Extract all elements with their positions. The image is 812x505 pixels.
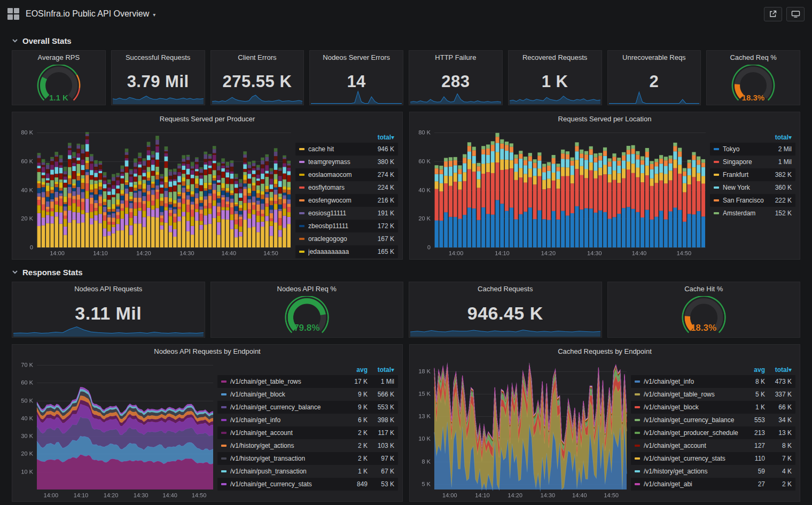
series-name: zbeosbp11111 — [308, 222, 368, 230]
tv-mode-button[interactable] — [786, 7, 805, 21]
legend-row[interactable]: /v1/chain/get_info6 K398 K — [217, 414, 398, 426]
legend-row[interactable]: teamgreymass380 K — [295, 156, 398, 168]
legend-sort-avg[interactable]: avg — [341, 366, 368, 374]
legend-row[interactable]: /v1/chain/get_currency_stats1107 K — [631, 452, 795, 465]
panel-title[interactable]: Nodeos Server Errors — [310, 51, 403, 65]
series-value: 2 K — [341, 429, 368, 437]
series-value: 8 K — [738, 378, 765, 385]
panel-title[interactable]: Requests Served per Location — [410, 112, 800, 126]
panel-title[interactable]: Cached Requests — [409, 282, 602, 296]
panel-title[interactable]: Cached Requests by Endpoint — [410, 345, 800, 359]
series-value: 553 — [738, 416, 765, 424]
unrecoverable-reqs-sparkline — [608, 88, 700, 104]
panel-title[interactable]: Client Errors — [211, 51, 304, 65]
requests-per-producer-chart[interactable] — [14, 128, 295, 258]
panel-title[interactable]: Unrecoverable Reqs — [608, 51, 701, 65]
legend-row[interactable]: Singapore1 Mil — [710, 156, 795, 168]
panel-title[interactable]: HTTP Failure — [409, 51, 502, 65]
legend-sort-total[interactable]: total▾ — [765, 134, 792, 141]
series-value: 222 K — [765, 197, 792, 204]
legend-row[interactable]: cache hit946 K — [295, 143, 398, 156]
http-failure-sparkline — [410, 88, 502, 104]
series-color-icon — [221, 380, 227, 383]
series-color-icon — [635, 470, 640, 472]
legend-row[interactable]: New York360 K — [710, 181, 795, 194]
legend-row[interactable]: /v1/chain/get_abi272 K — [631, 478, 795, 491]
section-header-response-stats[interactable]: Response Stats — [12, 265, 800, 279]
stat-panel-cache-hit-pct: Cache Hit % 18.3% — [607, 282, 801, 338]
legend-sort-total[interactable]: total▾ — [368, 134, 394, 141]
legend-sort-avg[interactable]: avg — [738, 366, 765, 374]
series-color-icon — [299, 212, 304, 214]
panel-title[interactable]: Nodeos API Requests — [12, 282, 205, 296]
legend-row[interactable]: /v1/chain/get_block1 K66 K — [631, 401, 795, 414]
series-name: /v1/chain/get_currency_stats — [644, 455, 738, 462]
series-value: 553 K — [368, 403, 394, 411]
grafana-logo-icon[interactable] — [7, 8, 19, 20]
requests-per-location-chart[interactable] — [412, 128, 710, 258]
series-color-icon — [221, 483, 227, 485]
legend-row[interactable]: /v1/chain/get_producer_schedule21313 K — [631, 426, 795, 439]
api-requests-by-endpoint-chart[interactable] — [14, 361, 217, 500]
legend-row[interactable]: San Francisco222 K — [710, 194, 795, 207]
panel-title[interactable]: Requests Served per Producer — [12, 112, 402, 126]
caret-down-icon: ▾ — [153, 10, 155, 18]
legend-row[interactable]: /v1/chain/get_currency_balance9 K553 K — [217, 401, 398, 414]
legend-row[interactable]: /v1/chain/push_transaction1 K67 K — [217, 465, 398, 478]
series-value: 380 K — [368, 158, 394, 166]
series-name: /v1/chain/get_info — [230, 416, 341, 424]
legend-row[interactable]: oraclegogogo167 K — [295, 232, 398, 245]
panel-title[interactable]: Recovered Requests — [509, 51, 602, 65]
legend-row[interactable]: /v1/history/get_actions2 K103 K — [217, 439, 398, 452]
series-value: 1 K — [341, 468, 368, 475]
legend-row[interactable]: /v1/history/get_actions594 K — [631, 465, 795, 478]
panel-title[interactable]: Successful Requests — [112, 51, 205, 65]
legend-row[interactable]: /v1/history/get_transaction2 K97 K — [217, 452, 398, 465]
series-name: oraclegogogo — [308, 235, 368, 243]
legend-row[interactable]: /v1/chain/get_currency_stats84953 K — [217, 478, 398, 491]
share-button[interactable] — [764, 7, 782, 21]
legend-row[interactable]: /v1/chain/get_info8 K473 K — [631, 375, 795, 388]
section-header-overall-stats[interactable]: Overall Stats — [12, 33, 800, 48]
series-name: /v1/chain/get_account — [644, 442, 738, 449]
legend-row[interactable]: Frankfurt382 K — [710, 168, 795, 181]
stat-panel-cached-requests: Cached Requests 946.45 K — [409, 282, 602, 338]
series-name: Tokyo — [723, 145, 765, 153]
series-color-icon — [221, 457, 227, 460]
legend-row[interactable]: /v1/chain/get_account1278 K — [631, 439, 795, 452]
legend-row[interactable]: /v1/chain/get_account2 K117 K — [217, 426, 398, 439]
panel-title[interactable]: Cached Req % — [707, 51, 800, 65]
series-name: Singapore — [723, 158, 765, 166]
legend-row[interactable]: /v1/chain/get_table_rows5 K337 K — [631, 388, 795, 401]
dashboard-body: Overall Stats Average RPS 1.1 K Successf… — [0, 33, 812, 502]
legend-row[interactable]: eosiosg11111191 K — [295, 207, 398, 220]
cached-requests-by-endpoint-chart[interactable] — [412, 361, 631, 500]
legend-row[interactable]: jedaaaaaaaaa165 K — [295, 245, 398, 258]
legend-row[interactable]: /v1/chain/get_block9 K566 K — [217, 388, 398, 401]
cached-endpoint-legend: avgtotal▾/v1/chain/get_info8 K473 K/v1/c… — [631, 361, 795, 500]
panel-title[interactable]: Nodeos API Requests by Endpoint — [12, 345, 402, 359]
legend-row[interactable]: eosflytomars224 K — [295, 181, 398, 194]
panel-title[interactable]: Cache Hit % — [608, 282, 800, 296]
series-color-icon — [635, 380, 640, 383]
overall-charts-row: Requests Served per Producer total▾cache… — [12, 112, 800, 257]
series-name: /v1/chain/get_table_rows — [230, 378, 341, 385]
series-value: 110 — [738, 455, 765, 462]
legend-row[interactable]: Tokyo2 Mil — [710, 143, 795, 156]
series-color-icon — [714, 187, 719, 189]
client-errors-sparkline — [212, 88, 303, 104]
panel-title[interactable]: Average RPS — [12, 51, 105, 65]
legend-sort-total[interactable]: total▾ — [765, 366, 792, 374]
legend-row[interactable]: eosfengwocom216 K — [295, 194, 398, 207]
series-color-icon — [635, 432, 640, 434]
legend-row[interactable]: zbeosbp11111172 K — [295, 220, 398, 232]
panel-title[interactable]: Nodeos API Req % — [211, 282, 403, 296]
dashboard-title-dropdown[interactable]: EOSInfra.io Public API Overview ▾ — [26, 9, 155, 19]
legend-sort-total[interactable]: total▾ — [368, 366, 394, 374]
legend-row[interactable]: eoslaomaocom274 K — [295, 168, 398, 181]
legend-row[interactable]: /v1/chain/get_currency_balance55334 K — [631, 414, 795, 426]
legend-row[interactable]: Amsterdam152 K — [710, 207, 795, 220]
legend-row[interactable]: /v1/chain/get_table_rows17 K1 Mil — [217, 375, 398, 388]
series-color-icon — [714, 148, 719, 150]
panel-nodeos-api-requests-by-endpoint: Nodeos API Requests by Endpoint avgtotal… — [12, 344, 403, 502]
